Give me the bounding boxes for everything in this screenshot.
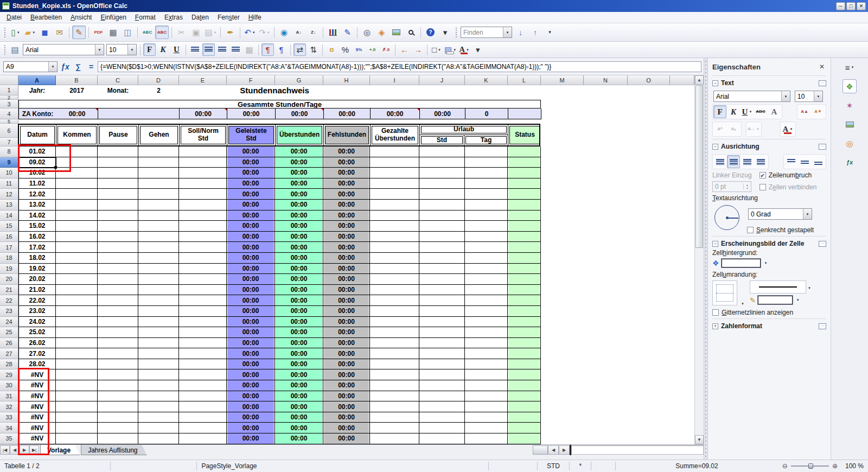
cell-C31[interactable]: [98, 391, 138, 402]
cell-L24[interactable]: [508, 317, 541, 328]
cell-H14[interactable]: 00:00: [323, 211, 370, 221]
first-sheet-icon[interactable]: |◀: [0, 445, 10, 455]
cell-K23[interactable]: [465, 306, 508, 317]
cell-I33[interactable]: [370, 412, 419, 423]
cell-C18[interactable]: [98, 253, 138, 264]
merge-cells-checkbox[interactable]: [760, 184, 766, 190]
cell-I16[interactable]: [370, 232, 419, 243]
align-bottom-button[interactable]: [812, 155, 825, 168]
cell-J23[interactable]: [419, 306, 465, 317]
cell-k4[interactable]: 0: [465, 109, 508, 119]
row-header-17[interactable]: 17: [0, 242, 18, 253]
increase-indent-button[interactable]: →: [412, 43, 424, 56]
header-urlaub-std[interactable]: Std: [420, 135, 464, 145]
cell-L25[interactable]: [508, 327, 541, 338]
empty-cells[interactable]: [541, 100, 694, 109]
find-input[interactable]: Finden ▼: [461, 27, 512, 38]
cell-C26[interactable]: [98, 338, 138, 349]
row-header-27[interactable]: 27: [0, 348, 18, 359]
cell-B16[interactable]: [56, 232, 98, 243]
cell-H25[interactable]: 00:00: [323, 327, 370, 338]
empty-cells[interactable]: [541, 359, 694, 370]
maximize-button[interactable]: □: [846, 2, 856, 10]
cell-C27[interactable]: [98, 348, 138, 359]
horizontal-scroll-thumb[interactable]: [533, 445, 548, 455]
menu-ansicht[interactable]: Ansicht: [66, 12, 96, 22]
cell-G13[interactable]: 00:00: [275, 200, 323, 211]
cell-L34[interactable]: [508, 423, 541, 433]
decrease-indent-button[interactable]: ←: [398, 43, 411, 56]
sidebar-align-center-button[interactable]: [727, 155, 740, 168]
cell-H19[interactable]: 00:00: [323, 264, 370, 275]
cell-I20[interactable]: [370, 274, 419, 285]
cell-E34[interactable]: [179, 423, 227, 433]
format-paintbrush-button[interactable]: ✒: [224, 25, 237, 39]
zoom-slider[interactable]: [791, 465, 829, 467]
cell-H18[interactable]: 00:00: [323, 253, 370, 264]
cell-D12[interactable]: [138, 189, 179, 200]
cell-H11[interactable]: 00:00: [323, 178, 370, 189]
cell-c4-d4[interactable]: [98, 109, 180, 119]
cell-K33[interactable]: [465, 412, 508, 423]
cell-C9[interactable]: [98, 157, 138, 168]
cell-E31[interactable]: [179, 391, 227, 402]
cell-K22[interactable]: [465, 295, 508, 306]
cell-L11[interactable]: [508, 178, 541, 189]
row-header-9[interactable]: 9: [0, 157, 18, 168]
cell-E24[interactable]: [179, 317, 227, 328]
dropdown-arrow-icon[interactable]: ▼: [32, 31, 35, 34]
formatting-overflow-button[interactable]: ▾: [471, 43, 484, 56]
cell-A29[interactable]: #NV: [18, 369, 56, 380]
cell-J11[interactable]: [419, 178, 465, 189]
dialog-launcher-icon[interactable]: ⋯: [819, 323, 826, 329]
cell-B27[interactable]: [56, 348, 98, 359]
cell-I15[interactable]: [370, 221, 419, 232]
cell-I14[interactable]: [370, 211, 419, 221]
column-header-I[interactable]: I: [370, 75, 419, 85]
empty-cells[interactable]: [541, 189, 694, 200]
cell-D16[interactable]: [138, 232, 179, 243]
minimize-button[interactable]: ─: [836, 2, 845, 10]
cell-A34[interactable]: #NV: [18, 423, 56, 433]
cell-E20[interactable]: [179, 274, 227, 285]
column-header-H[interactable]: H: [323, 75, 370, 85]
cell-B31[interactable]: [56, 391, 98, 402]
toolbar-grip[interactable]: [3, 27, 7, 38]
text-horizontal-button[interactable]: ⇄: [293, 43, 306, 56]
cell-B14[interactable]: [56, 211, 98, 221]
cell-J12[interactable]: [419, 189, 465, 200]
cell-L33[interactable]: [508, 412, 541, 423]
cell-L27[interactable]: [508, 348, 541, 359]
empty-cells[interactable]: [541, 200, 694, 211]
cell-B26[interactable]: [56, 338, 98, 349]
cell-E29[interactable]: [179, 369, 227, 380]
cell-i4[interactable]: 00:00: [371, 109, 420, 119]
empty-cells[interactable]: [541, 348, 694, 359]
cell-D31[interactable]: [138, 391, 179, 402]
help-button[interactable]: ?: [424, 25, 437, 39]
cell-d1-monat-value[interactable]: 2: [138, 85, 179, 95]
empty-cells[interactable]: [541, 109, 694, 119]
cell-G23[interactable]: 00:00: [275, 306, 323, 317]
cell-C10[interactable]: [98, 168, 138, 178]
currency-format-button[interactable]: ¤: [326, 43, 338, 56]
cell-B8[interactable]: [56, 146, 98, 157]
row-header-32[interactable]: 32: [0, 401, 18, 412]
cell-D14[interactable]: [138, 211, 179, 221]
cell-I29[interactable]: [370, 369, 419, 380]
cell-I22[interactable]: [370, 295, 419, 306]
cell-B9[interactable]: [56, 157, 98, 168]
cell-L9[interactable]: [508, 157, 541, 168]
cell-I8[interactable]: [370, 146, 419, 157]
sheet-tab-jahres-auflistung[interactable]: Jahres Auflistung: [81, 445, 146, 455]
empty-cells[interactable]: [541, 306, 694, 317]
header-status[interactable]: Status: [508, 125, 540, 145]
cell-A11[interactable]: 11.02: [18, 178, 56, 189]
cell-I28[interactable]: [370, 359, 419, 370]
cell-C19[interactable]: [98, 264, 138, 275]
row-header-2[interactable]: 2: [0, 95, 18, 100]
cell-f4[interactable]: 00:00: [227, 109, 276, 119]
font-size-combo[interactable]: 10 ▼: [106, 44, 137, 55]
cell-F28[interactable]: 00:00: [227, 359, 275, 370]
row-header-35[interactable]: 35: [0, 433, 18, 444]
